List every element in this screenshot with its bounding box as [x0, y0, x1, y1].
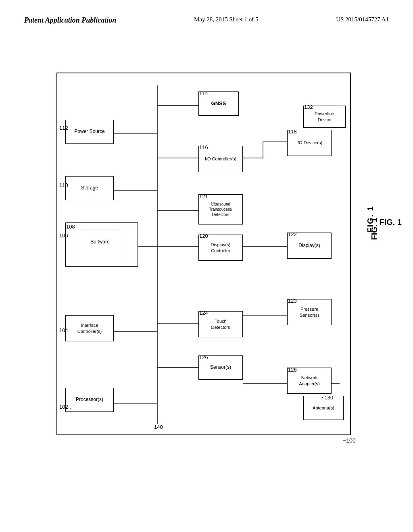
outer-system-box: Processor(s) InterfaceController(s) Soft… [56, 73, 351, 435]
ref-114: 114 [199, 90, 208, 96]
ref-106: 106 [59, 233, 68, 239]
page-header: Patent Application Publication May 28, 2… [0, 0, 413, 25]
ref-110: 110 [59, 182, 68, 188]
ref-121: 121 [199, 193, 208, 200]
fig-label-text: FIG. 1 [379, 218, 402, 227]
ref-140: 140 [154, 424, 163, 430]
memory-outer-box: Software [65, 222, 138, 267]
ref-118: 118 [288, 129, 297, 135]
figure-label: FIG. 1 [370, 218, 379, 240]
sheet-info: May 28, 2015 Sheet 1 of 5 [194, 16, 259, 23]
ref-122: 122 [288, 231, 297, 237]
interface-controller-box: InterfaceController(s) [65, 315, 114, 341]
ref-128: 128 [288, 367, 297, 373]
ref-124: 124 [199, 310, 208, 316]
storage-box: Storage [65, 176, 114, 200]
ref-126: 126 [199, 354, 208, 360]
ref-123: 123 [288, 298, 297, 304]
patent-number-header: US 2015/0145727 A1 [336, 16, 389, 23]
memory-inner-box: Software [78, 229, 122, 255]
ref-130: ~130 [321, 395, 333, 401]
publication-title: Patent Application Publication [24, 16, 116, 25]
diagram-area: FIG. 1 [32, 64, 379, 459]
processor-box: Processor(s) [65, 388, 114, 412]
ref-104: 104 [59, 327, 68, 333]
ref-112: 112 [59, 125, 68, 131]
ref-132: 132 [304, 104, 313, 110]
ref-120: 120 [199, 233, 208, 239]
ref-116: 116 [199, 144, 208, 150]
ref-108: 108 [66, 224, 75, 230]
ref-100: ~100 [343, 437, 356, 444]
power-source-box: Power Source [65, 120, 114, 144]
